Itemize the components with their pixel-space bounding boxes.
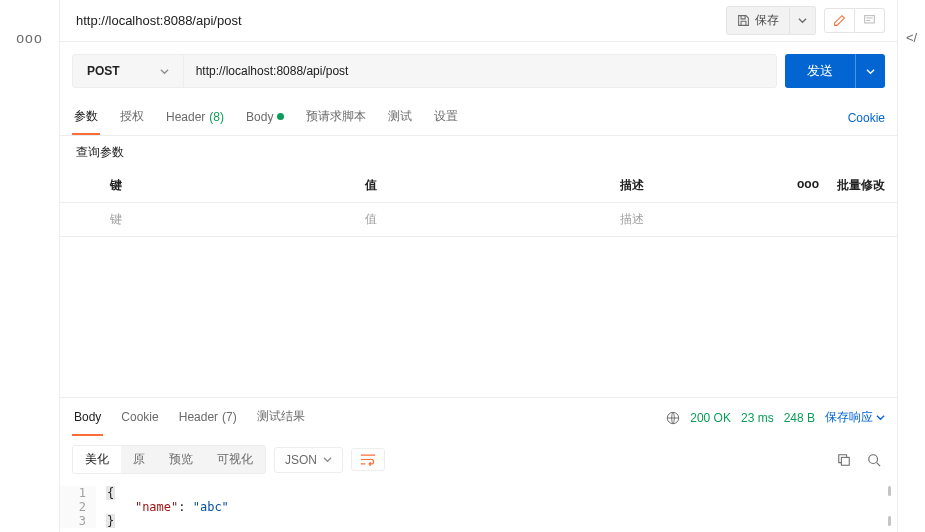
more-menu-icon[interactable]: ooo [16, 30, 42, 46]
right-sidebar: </ [897, 0, 925, 532]
tab-tests[interactable]: 测试 [386, 100, 414, 135]
desc-placeholder[interactable]: 描述 [610, 203, 787, 236]
view-visualize[interactable]: 可视化 [205, 446, 265, 473]
code-line: 2 "name": "abc" [60, 500, 897, 514]
save-dropdown-button[interactable] [790, 6, 816, 35]
save-response-button[interactable]: 保存响应 [825, 409, 885, 426]
tab-settings[interactable]: 设置 [432, 100, 460, 135]
send-button-group: 发送 [785, 54, 885, 88]
desc-header: 描述 [610, 169, 787, 202]
svg-rect-2 [841, 457, 849, 465]
save-button-label: 保存 [755, 12, 779, 29]
request-tabs: 参数 授权 Header (8) Body 预请求脚本 测试 设置 Cookie [60, 100, 897, 136]
svg-rect-0 [865, 16, 875, 23]
tab-headers[interactable]: Header (8) [164, 102, 226, 134]
status-code: 200 OK [690, 411, 731, 425]
save-button[interactable]: 保存 [726, 6, 790, 35]
more-columns-button[interactable]: ooo [787, 169, 827, 202]
wrap-icon [360, 453, 376, 466]
comment-button[interactable] [855, 8, 885, 33]
resp-tab-cookie[interactable]: Cookie [119, 400, 160, 436]
extra-actions [824, 8, 885, 33]
view-preview[interactable]: 预览 [157, 446, 205, 473]
view-pretty[interactable]: 美化 [73, 446, 121, 473]
code-panel-toggle[interactable]: </ [906, 30, 917, 45]
cookie-link[interactable]: Cookie [848, 103, 885, 133]
code-line: 3 } [60, 514, 897, 528]
response-time: 23 ms [741, 411, 774, 425]
chevron-down-icon [160, 67, 169, 76]
tab-params[interactable]: 参数 [72, 100, 100, 135]
search-button[interactable] [863, 453, 885, 467]
url-row: POST 发送 [60, 42, 897, 100]
response-tabs: Body Cookie Header (7) 测试结果 200 OK 23 ms… [60, 398, 897, 437]
query-params-heading: 查询参数 [60, 136, 897, 169]
key-header: 键 [100, 169, 355, 202]
copy-button[interactable] [833, 453, 855, 467]
tab-body[interactable]: Body [244, 102, 286, 134]
copy-icon [837, 453, 851, 467]
method-select[interactable]: POST [73, 55, 184, 87]
minimap-marker [888, 486, 891, 496]
body-indicator-dot [277, 113, 284, 120]
top-bar: http://localhost:8088/api/post 保存 [60, 0, 897, 42]
params-empty-row[interactable]: 键 值 描述 [60, 203, 897, 237]
chevron-down-icon [323, 455, 332, 464]
response-body-editor[interactable]: 1 { 2 "name": "abc" 3 } [60, 482, 897, 532]
resp-tab-headers[interactable]: Header (7) [177, 400, 239, 436]
svg-point-3 [869, 454, 878, 463]
method-url-bar: POST [72, 54, 777, 88]
chevron-down-icon [866, 67, 875, 76]
tab-auth[interactable]: 授权 [118, 100, 146, 135]
edit-button[interactable] [824, 8, 855, 33]
format-select[interactable]: JSON [274, 447, 343, 473]
checkbox-header [60, 169, 100, 202]
search-icon [867, 453, 881, 467]
code-line: 1 { [60, 486, 897, 500]
response-meta: 200 OK 23 ms 248 B 保存响应 [666, 409, 885, 426]
comment-icon [863, 14, 876, 27]
wrap-lines-button[interactable] [351, 448, 385, 471]
response-size: 248 B [784, 411, 815, 425]
save-icon [737, 14, 750, 27]
resp-tab-body[interactable]: Body [72, 400, 103, 436]
pencil-icon [833, 14, 846, 27]
response-toolbar: 美化 原 预览 可视化 JSON [60, 437, 897, 482]
value-placeholder[interactable]: 值 [355, 203, 610, 236]
response-panel: Body Cookie Header (7) 测试结果 200 OK 23 ms… [60, 397, 897, 532]
main-panel: http://localhost:8088/api/post 保存 [60, 0, 897, 532]
view-raw[interactable]: 原 [121, 446, 157, 473]
params-header-row: 键 值 描述 ooo 批量修改 [60, 169, 897, 203]
left-sidebar: ooo [0, 0, 60, 532]
url-input[interactable] [184, 55, 776, 87]
bulk-edit-button[interactable]: 批量修改 [827, 169, 897, 202]
send-dropdown-button[interactable] [855, 54, 885, 88]
tab-prerequest[interactable]: 预请求脚本 [304, 100, 368, 135]
resp-tab-test-results[interactable]: 测试结果 [255, 398, 307, 437]
send-button[interactable]: 发送 [785, 54, 855, 88]
save-button-group: 保存 [726, 6, 816, 35]
chevron-down-icon [876, 413, 885, 422]
request-tab-title: http://localhost:8088/api/post [72, 13, 718, 28]
params-table: 键 值 描述 ooo 批量修改 键 值 描述 [60, 169, 897, 237]
key-placeholder[interactable]: 键 [100, 203, 355, 236]
minimap-marker [888, 516, 891, 526]
chevron-down-icon [798, 16, 807, 25]
method-value: POST [87, 64, 120, 78]
value-header: 值 [355, 169, 610, 202]
globe-icon[interactable] [666, 411, 680, 425]
view-mode-tabs: 美化 原 预览 可视化 [72, 445, 266, 474]
